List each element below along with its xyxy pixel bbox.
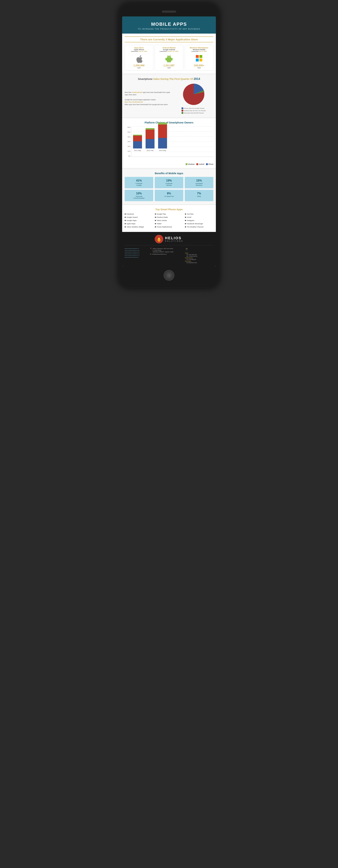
svg-rect-12	[199, 55, 202, 58]
benefit-percent-2: 15%	[186, 179, 212, 182]
benefit-percent-0: 41%	[126, 179, 152, 182]
benefit-card-0: 41% CustomerLoyalty	[125, 177, 153, 188]
app-bullet	[185, 223, 186, 224]
svg-point-2	[167, 56, 171, 59]
app-item-google-search: Google Search	[125, 216, 153, 218]
helios-flame-icon	[156, 237, 162, 242]
phone-home-button[interactable]	[164, 270, 174, 281]
platform-section: Platform Choices of Smartphone Owners 60…	[122, 118, 216, 168]
chart-wrapper: 60% 50% 40% 30% 20% 10% 0%	[125, 126, 213, 162]
phone-speaker	[162, 10, 176, 13]
sales-text: More than 75,000,000,000 apps have been …	[125, 91, 172, 106]
bar-android-2011	[133, 135, 142, 141]
top-apps-section: Top Smart Phone Apps Facebook Google Sea…	[122, 205, 216, 232]
app-bullet	[125, 226, 126, 227]
benefit-percent-3: 10%	[126, 192, 152, 195]
benefits-grid: 41% CustomerLoyalty 19% CustomerService …	[125, 177, 213, 201]
helios-logo-icon	[155, 235, 163, 243]
app-bullet	[185, 226, 186, 227]
android-store-apps-label: Apps	[156, 67, 182, 69]
windows-store-name: Windows Marketplace	[186, 47, 212, 49]
apple-store-launched: Launched:July 10, 2008	[126, 51, 152, 52]
app-bullet	[155, 226, 156, 227]
bar-windows-2013	[158, 123, 167, 125]
legend-label-windows: Windows	[188, 163, 195, 165]
bar-iphone-2012	[146, 139, 154, 149]
footer-link-4[interactable]: www.heliossolutions.fr	[125, 256, 148, 258]
svg-rect-9	[167, 61, 168, 63]
y-label-30: 30%	[128, 141, 130, 143]
bar-group-2012: 2012 Feb	[146, 120, 154, 151]
footer-address: 📍 Helios Solutions, 802 Iscon Atria 2, G…	[150, 248, 183, 264]
android-store-card: Android Market Google Android Launched:O…	[155, 45, 183, 70]
phone-top-bar	[122, 9, 216, 14]
stacked-bar-2012	[146, 120, 154, 149]
y-label-60: 60%	[128, 126, 130, 128]
app-item-apple-maps: Apple Maps	[125, 223, 153, 225]
apps-columns: Facebook Google Search Google Maps Apple…	[125, 213, 213, 229]
footer-germany-label: Germany :	[185, 260, 192, 262]
legend-item-android: Android Sold 187,027,721 Phones	[181, 110, 206, 112]
app-stores-title: There are Currently 3 Major Application …	[125, 36, 213, 42]
svg-point-4	[170, 57, 170, 57]
benefit-percent-4: 8%	[156, 192, 182, 195]
app-bullet	[155, 220, 156, 221]
app-item-facebook: Facebook	[125, 213, 153, 215]
app-item-instagram: Instagram	[185, 219, 213, 221]
legend-item-iphone-chart: iPhone	[206, 163, 213, 165]
footer-link-3[interactable]: www.heliossolutions.no	[125, 254, 148, 256]
legend-color-android	[196, 163, 198, 165]
phone-frame: Mobile Apps To Increase The Productivity…	[119, 4, 219, 288]
apple-store-device: Apple iPhone	[126, 49, 152, 51]
footer: HELIOS SOLUTIONS www.heliossolutions.in …	[122, 232, 216, 267]
sales-text-1: apps have been downloaded from Apple App…	[125, 91, 170, 96]
apple-store-apps-label: Apps	[126, 67, 152, 69]
app-bullet	[185, 217, 186, 218]
footer-company-name: HELIOS	[165, 236, 184, 240]
top-apps-title: Top Smart Phone Apps	[125, 208, 213, 211]
footer-link-0[interactable]: www.heliossolutions.in	[125, 248, 148, 249]
svg-rect-8	[171, 58, 173, 60]
legend-text-iphone: iPhone Sold 43,719,000 Phones	[184, 107, 205, 109]
legend-text-android: Android Sold 187,027,721 Phones	[184, 110, 206, 112]
windows-store-count: 100,000+	[186, 64, 212, 67]
sales-section: Smartphone Sales During The First Quarte…	[122, 74, 216, 117]
y-label-20: 20%	[128, 146, 130, 147]
footer-india-phones: +91 265 653 602+91 78783 30123	[186, 254, 213, 257]
sales-text-2b: billion apps have been downloaded from g…	[125, 103, 172, 106]
app-bullet	[125, 217, 126, 218]
footer-india-label: India:	[185, 252, 189, 254]
benefits-title: Benefits of Mobile Apps	[125, 172, 213, 175]
svg-rect-13	[196, 59, 199, 61]
app-item-google-maps: Google Maps	[125, 219, 153, 221]
legend-color-windows	[186, 163, 188, 165]
app-item-pandora: Pandora Radio	[155, 216, 183, 218]
app-item-yahoo-weather: Yahoo Weather Widget	[125, 226, 153, 228]
pie-container: iPhone Sold 43,719,000 Phones Android So…	[174, 83, 213, 114]
bar-group-2013: 2013 May	[158, 120, 167, 151]
email-icon: ✉	[150, 253, 151, 255]
location-icon: 📍	[150, 248, 152, 249]
apple-store-count: 1,200,000	[126, 64, 152, 67]
bar-windows-2012	[146, 128, 154, 129]
footer-link-1[interactable]: www.heliossolutions.de	[125, 250, 148, 252]
app-bullet	[155, 214, 156, 215]
svg-rect-14	[199, 59, 202, 61]
benefit-percent-5: 7%	[186, 192, 212, 195]
benefit-percent-1: 19%	[156, 179, 182, 182]
android-store-device: Google Android	[156, 49, 182, 51]
footer-link-2[interactable]: www.helios-solutions.nl	[125, 252, 148, 254]
footer-india-row: India: +91 265 653 602+91 78783 30123	[185, 252, 213, 257]
sales-title-year: 2014	[194, 78, 200, 81]
bar-android-2012	[146, 129, 154, 139]
apps-col-2: Google Play Pandora Radio Yahoo Stocks T…	[155, 213, 183, 229]
chart-bars-area: 2011 May 2012 Feb	[131, 126, 213, 157]
legend-dot-iphone	[181, 107, 183, 109]
apps-col-3: YouTube Gmail Instagram Facebook Messeng…	[185, 213, 213, 229]
benefits-section: Benefits of Mobile Apps 41% CustomerLoya…	[122, 169, 216, 204]
app-stores-section: There are Currently 3 Major Application …	[122, 34, 216, 73]
android-logo-icon	[164, 54, 174, 63]
app-item-yahoo-stocks: Yahoo Stocks	[155, 219, 183, 221]
benefit-card-1: 19% CustomerService	[155, 177, 183, 188]
app-item-weather-channel: The Weather Channel	[185, 226, 213, 228]
